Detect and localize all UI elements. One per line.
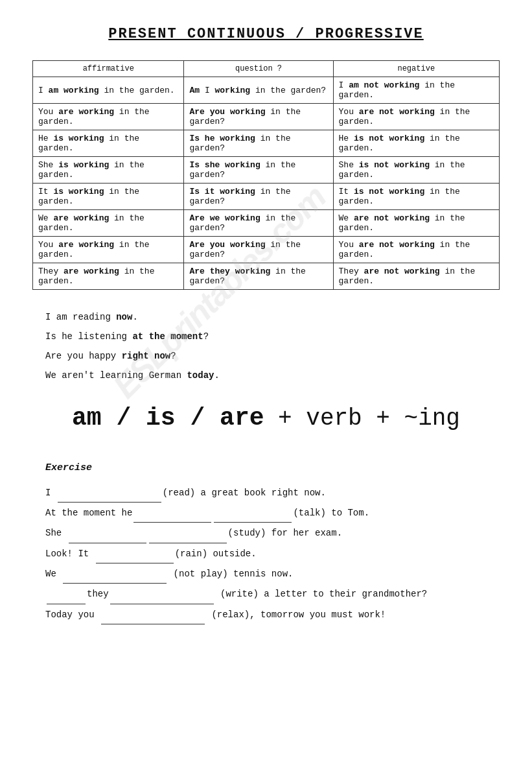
grammar-table: affirmative question ? negative I am wor…	[32, 60, 500, 290]
neg-2: You are not working in the garden.	[333, 104, 499, 130]
exercise-line-6: they (write) a letter to their grandmoth…	[45, 585, 500, 604]
aff-2: You are working in the garden.	[33, 104, 184, 130]
aff-1: I am working in the garden.	[33, 77, 184, 104]
example-2: Is he listening at the moment?	[45, 327, 500, 346]
q-8: Are they working in the garden?	[184, 263, 333, 290]
aff-8: They are working in the garden.	[33, 263, 184, 290]
table-row: She is working in the garden. Is she wor…	[33, 157, 500, 184]
example-4: We aren't learning German today.	[45, 366, 500, 385]
page-title: PRESENT CONTINUOUS / PROGRESSIVE	[32, 26, 500, 42]
table-row: It is working in the garden. Is it worki…	[33, 184, 500, 210]
q-7: Are you working in the garden?	[184, 237, 333, 263]
exercise-line-7: Today you (relax), tomorrow you must wor…	[45, 606, 500, 624]
exercise-line-3: She (study) for her exam.	[45, 524, 500, 543]
formula-section: am / is / are + verb + ~ing	[32, 404, 500, 432]
blank-5	[63, 583, 167, 584]
neg-5: It is not working in the garden.	[333, 184, 499, 210]
q-5: Is it working in the garden?	[184, 184, 333, 210]
exercise-title: Exercise	[45, 458, 500, 479]
neg-4: She is not working in the garden.	[333, 157, 499, 184]
aff-4: She is working in the garden.	[33, 157, 184, 184]
table-row: We are working in the garden. Are we wor…	[33, 210, 500, 237]
col-header-question: question ?	[184, 61, 333, 77]
table-row: They are working in the garden. Are they…	[33, 263, 500, 290]
blank-2a	[133, 522, 211, 523]
blank-6b	[110, 604, 214, 604]
blank-1	[58, 502, 161, 503]
blank-3b	[149, 543, 227, 543]
table-row: I am working in the garden. Am I working…	[33, 77, 500, 104]
exercise-line-2: At the moment he(talk) to Tom.	[45, 504, 500, 523]
blank-6a	[47, 604, 86, 604]
exercise-line-5: We (not play) tennis now.	[45, 565, 500, 584]
blank-2b	[214, 522, 292, 523]
q-2: Are you working in the garden?	[184, 104, 333, 130]
neg-7: You are not working in the garden.	[333, 237, 499, 263]
exercise-line-4: Look! It (rain) outside.	[45, 545, 500, 563]
q-6: Are we working in the garden?	[184, 210, 333, 237]
col-header-affirmative: affirmative	[33, 61, 184, 77]
table-row: You are working in the garden. Are you w…	[33, 237, 500, 263]
q-3: Is he working in the garden?	[184, 130, 333, 157]
table-row: He is working in the garden. Is he worki…	[33, 130, 500, 157]
neg-1: I am not working in the garden.	[333, 77, 499, 104]
blank-3a	[69, 543, 146, 543]
blank-7	[101, 624, 205, 624]
q-4: Is she working in the garden?	[184, 157, 333, 184]
col-header-negative: negative	[333, 61, 499, 77]
neg-3: He is not working in the garden.	[333, 130, 499, 157]
neg-8: They are not working in the garden.	[333, 263, 499, 290]
aff-3: He is working in the garden.	[33, 130, 184, 157]
neg-6: We are not working in the garden.	[333, 210, 499, 237]
example-3: Are you happy right now?	[45, 347, 500, 365]
q-1: Am I working in the garden?	[184, 77, 333, 104]
aff-6: We are working in the garden.	[33, 210, 184, 237]
examples-section: I am reading now. Is he listening at the…	[45, 308, 500, 385]
example-1: I am reading now.	[45, 308, 500, 326]
exercise-line-1: I (read) a great book right now.	[45, 484, 500, 503]
aff-5: It is working in the garden.	[33, 184, 184, 210]
table-row: You are working in the garden. Are you w…	[33, 104, 500, 130]
aff-7: You are working in the garden.	[33, 237, 184, 263]
exercise-section: Exercise I (read) a great book right now…	[45, 458, 500, 624]
blank-4	[96, 563, 174, 563]
